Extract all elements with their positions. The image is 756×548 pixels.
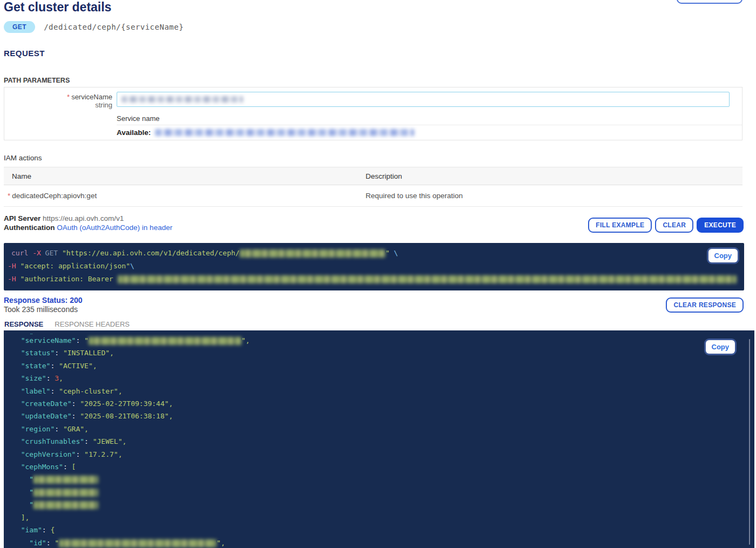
json-line: "createDate": "2025-02-27T09:39:44", xyxy=(4,397,754,410)
execute-button[interactable]: EXECUTE xyxy=(697,218,744,233)
json-line: "region": "GRA", xyxy=(4,423,754,435)
response-json-lines: " "serviceName": "", "status": "INSTALLE… xyxy=(4,331,754,548)
json-line: "cephMons": [ xyxy=(4,461,754,473)
iam-actions-heading: IAM actions xyxy=(4,154,42,162)
redacted-value xyxy=(33,501,98,509)
curl-line-2: -H "accept: application/json"\ xyxy=(4,260,744,273)
json-line: " xyxy=(4,486,754,498)
curl-line-1: curl -X GET "https://eu.api.ovh.com/v1/d… xyxy=(4,247,744,260)
server-info: API Server https://eu.api.ovh.com/v1 Aut… xyxy=(4,214,172,232)
endpoint-path: /dedicated/ceph/{serviceName} xyxy=(44,23,184,31)
truncated-top-button[interactable] xyxy=(677,0,742,4)
table-row: *dedicatedCeph:apiovh:get Required to us… xyxy=(4,185,742,207)
path-parameters-heading: PATH PARAMETERS xyxy=(4,77,70,84)
redacted-available-values xyxy=(155,129,414,136)
iam-col-name: Name xyxy=(4,172,366,180)
iam-actions-table: Name Description *dedicatedCeph:apiovh:g… xyxy=(4,167,742,207)
json-line: "cephVersion": "17.2.7", xyxy=(4,448,754,461)
iam-table-header: Name Description xyxy=(4,167,742,185)
copy-curl-button[interactable]: Copy xyxy=(708,249,738,262)
param-label-column: *serviceName string xyxy=(4,93,112,109)
json-line: " xyxy=(4,473,754,485)
iam-col-description: Description xyxy=(366,172,742,180)
fill-example-button[interactable]: FILL EXAMPLE xyxy=(588,218,652,233)
json-line: "size": 3, xyxy=(4,372,754,384)
page-title: Get cluster details xyxy=(4,0,111,15)
curl-line-3: -H "authorization: Bearer xyxy=(4,273,744,286)
redacted-value xyxy=(33,476,98,484)
json-line: " xyxy=(4,498,754,511)
param-type: string xyxy=(4,101,112,109)
response-status-info: Response Status: 200 Took 235 millisecon… xyxy=(4,296,83,314)
path-parameters-panel: *serviceName string Service name Availab… xyxy=(4,87,742,140)
authentication-line: Authentication OAuth (oAuth2AuthCode) in… xyxy=(4,223,172,232)
response-scrollbar[interactable] xyxy=(749,339,750,545)
request-heading: REQUEST xyxy=(4,49,45,58)
json-line: "updateDate": "2025-08-21T06:38:18", xyxy=(4,410,754,422)
clear-response-button[interactable]: CLEAR RESPONSE xyxy=(666,297,744,313)
redacted-input-value xyxy=(122,96,243,103)
json-line: "label": "ceph-cluster", xyxy=(4,385,754,397)
clear-button[interactable]: CLEAR xyxy=(655,218,693,233)
response-time: Took 235 milliseconds xyxy=(4,305,83,314)
authentication-label: Authentication xyxy=(4,224,55,232)
available-label: Available: xyxy=(117,128,151,137)
json-line: "crushTunables": "JEWEL", xyxy=(4,435,754,448)
param-description: Service name xyxy=(117,114,159,123)
param-name: *serviceName xyxy=(4,93,112,101)
action-buttons: FILL EXAMPLE CLEAR EXECUTE xyxy=(588,218,744,233)
response-json-block: " "serviceName": "", "status": "INSTALLE… xyxy=(4,330,754,548)
json-line: "status": "INSTALLED", xyxy=(4,347,754,359)
api-server-url: https://eu.api.ovh.com/v1 xyxy=(43,214,124,222)
redacted-value xyxy=(59,539,217,547)
api-server-line: API Server https://eu.api.ovh.com/v1 xyxy=(4,214,172,223)
response-status: Response Status: 200 xyxy=(4,296,83,305)
iam-action-name: *dedicatedCeph:apiovh:get xyxy=(4,192,366,200)
json-line: "serviceName": "", xyxy=(4,334,754,347)
copy-response-button[interactable]: Copy xyxy=(706,340,735,354)
json-line: "state": "ACTIVE", xyxy=(4,360,754,372)
iam-action-description: Required to use this operation xyxy=(366,192,742,200)
required-marker: * xyxy=(67,93,70,101)
endpoint-row: GET /dedicated/ceph/{serviceName} xyxy=(4,21,184,33)
divider xyxy=(117,125,742,125)
service-name-input[interactable] xyxy=(117,92,730,107)
json-line: "id": "", xyxy=(4,537,754,548)
http-method-badge: GET xyxy=(4,21,35,33)
oauth-link[interactable]: OAuth (oAuth2AuthCode) in header xyxy=(57,224,172,232)
available-values-row: Available: xyxy=(117,128,414,137)
curl-command-block: curl -X GET "https://eu.api.ovh.com/v1/d… xyxy=(4,243,744,290)
json-line: ], xyxy=(4,511,754,524)
api-server-label: API Server xyxy=(4,214,40,222)
redacted-bearer-token xyxy=(118,275,737,283)
json-line: "iam": { xyxy=(4,524,754,536)
redacted-value xyxy=(89,337,241,345)
redacted-service-name xyxy=(240,249,386,258)
redacted-value xyxy=(33,489,98,497)
